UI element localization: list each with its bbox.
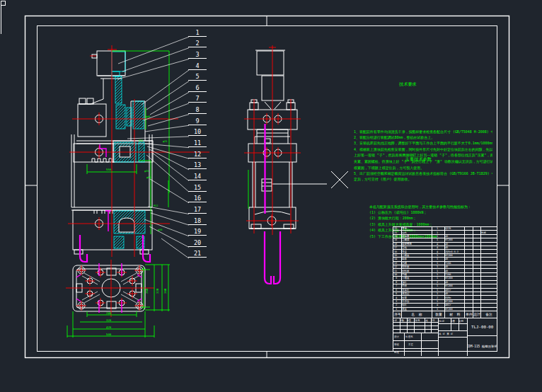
side-elevation-view (244, 45, 327, 284)
product-name: CDM-115 精整压装机 (468, 344, 497, 348)
plan-dimension: 500 (106, 333, 111, 336)
bom-header: 材 料 (449, 312, 460, 317)
revision-label: 更改文件号 (415, 318, 420, 322)
stage-label: 阶段标记 (439, 319, 444, 323)
callout-number: 1 (188, 25, 207, 37)
dim-marker: M12 (154, 204, 158, 207)
title-block: 22 罩壳 1 Q235 21 电机 1 外购 20 联轴器 (393, 226, 497, 352)
revision-label: 年月日 (432, 318, 435, 322)
callout-number: 19 (188, 225, 207, 236)
revision-label: 分区 (408, 318, 411, 322)
role-label: 标准化 (405, 335, 413, 339)
dim-marker: φ50 (146, 176, 151, 179)
break-mark-x (331, 171, 348, 188)
front-view-dimension: 550 (106, 168, 111, 171)
plan-dimension-vertical: 380 (163, 279, 167, 294)
drawing-number: TLJ-00-00 (471, 325, 493, 329)
dim-marker: φ35 (144, 170, 149, 173)
callout-number: 11 (188, 136, 207, 147)
plan-dimension: 240 (106, 311, 111, 315)
role-label: 工艺 (408, 343, 413, 347)
cad-drawing-canvas: 123456789101112131415161718192021 技术要求 1… (0, 0, 542, 392)
callout-number: 16 (188, 192, 207, 203)
stage-label: 质量 (451, 319, 455, 323)
callout-number: 10 (188, 125, 207, 137)
callout-number: 9 (188, 114, 207, 125)
technical-parameter-line: (2) 滑块最大行程：200mm； (369, 216, 495, 221)
bom-header: 单件 (466, 312, 473, 317)
plan-dimension: 320 (106, 318, 111, 322)
role-label: 设计 (394, 335, 399, 339)
callout-number: 13 (188, 158, 207, 170)
callout-number: 7 (188, 92, 207, 103)
callout-number: 3 (188, 47, 207, 59)
callout-number: 21 (188, 247, 207, 258)
plan-dimension-vertical: 320 (156, 279, 159, 294)
dim-marker: φ25 (163, 140, 167, 143)
callout-number: 12 (188, 147, 207, 158)
role-label: 批准 (394, 351, 399, 354)
bom-header: 总计 (473, 312, 480, 317)
revision-label: 标记 (393, 318, 397, 322)
title-block-lower: 标记 处数 分区 更改文件号 签名 年月日 设计 标准化 (393, 318, 497, 356)
bom-header: 备注 (485, 312, 492, 317)
revision-label: 处数 (400, 318, 404, 322)
technical-requirements-title: 技术要求 (376, 81, 439, 88)
callout-number-column: 123456789101112131415161718192021 (188, 25, 207, 258)
revision-signature-zone: 标记 处数 分区 更改文件号 签名 年月日 设计 标准化 (393, 318, 439, 356)
callout-number: 14 (188, 169, 207, 180)
bom-table: 22 罩壳 1 Q235 21 电机 1 外购 20 联轴器 (393, 227, 497, 311)
drawing-number-zone: TLJ-00-00 CDM-115 精整压装机 (468, 318, 497, 356)
technical-parameter-line: 本机与配套液压系统联合使用时，其主要技术参数与性能指标为： (369, 204, 495, 209)
technical-parameter-line: (1) 公称压力 (或吨位) 1000kN； (369, 210, 495, 216)
bom-header: 数量 (435, 312, 442, 317)
stage-zone: 阶段标记 质量 比例 共 张 第 张 (439, 318, 468, 356)
callout-number: 4 (188, 59, 207, 70)
technical-parameters-title: 主要技术参数 (389, 156, 447, 163)
technical-requirement-line: 1、装配前所有零件均须清洗干净，按图样要求检查各配合尺寸 (GB/T5048 H… (354, 129, 492, 134)
plan-dimension: 420 (106, 325, 111, 329)
revision-label: 签名 (425, 318, 428, 322)
callout-number: 20 (188, 236, 207, 247)
callout-number: 5 (188, 70, 207, 81)
bom-header: 名 称 (411, 312, 422, 317)
dim-marker: φ40 (146, 115, 150, 118)
stage-label: 比例 (459, 319, 463, 323)
callout-number: 18 (188, 214, 207, 225)
callout-number: 8 (188, 103, 207, 114)
ucs-origin-marker (1, 1, 6, 35)
bom-header-row: 序号 名 称 数量 材 料 单件 总计 备注 (393, 311, 497, 318)
callout-number: 15 (188, 180, 207, 192)
sheet-label: 共 张 第 张 (439, 333, 453, 336)
bom-header: 序号 (394, 312, 401, 317)
dim-marker: φ30 (158, 229, 162, 231)
role-label: 审核 (394, 343, 399, 347)
callout-number: 17 (188, 202, 207, 214)
dim-marker: M16 (139, 139, 143, 142)
callout-number: 2 (188, 37, 207, 48)
plan-dimension-vertical: 260 (145, 279, 149, 294)
plan-view (66, 260, 170, 338)
callout-number: 6 (188, 81, 207, 92)
